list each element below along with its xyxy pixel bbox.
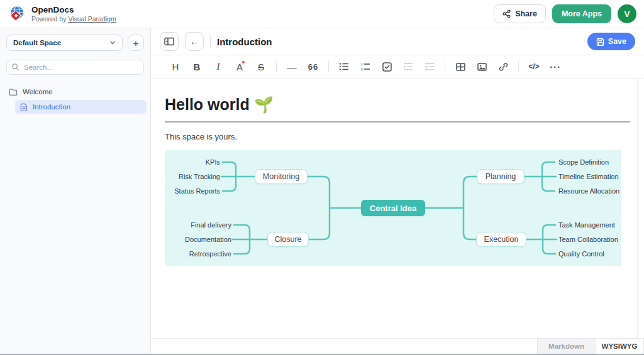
save-label: Save bbox=[608, 37, 626, 46]
document-icon bbox=[20, 103, 28, 111]
mindmap-leaf[interactable]: Timeline Estimation bbox=[558, 172, 619, 181]
space-selector[interactable]: Default Space bbox=[6, 35, 123, 51]
code-block-button[interactable]: </> bbox=[523, 58, 545, 75]
editor-scroll-gutter bbox=[637, 79, 638, 338]
space-row: Default Space + bbox=[6, 35, 144, 51]
heading-divider bbox=[165, 121, 630, 123]
link-icon bbox=[499, 62, 508, 72]
italic-button[interactable]: I bbox=[208, 58, 229, 75]
tab-markdown[interactable]: Markdown bbox=[537, 339, 595, 354]
search-input[interactable] bbox=[6, 60, 144, 75]
tree-item-introduction[interactable]: Introduction bbox=[15, 100, 147, 114]
powered-by: Powered by Visual Paradigm bbox=[31, 15, 116, 23]
toolbar-divider bbox=[276, 61, 277, 72]
search-icon bbox=[11, 63, 19, 71]
mindmap-node-monitoring[interactable]: Monitoring bbox=[255, 169, 308, 184]
tree-page-label: Introduction bbox=[33, 103, 70, 111]
brand-block: OpenDocs Powered by Visual Paradigm bbox=[31, 5, 116, 23]
toolbar-divider bbox=[518, 61, 519, 72]
save-button[interactable]: Save bbox=[587, 33, 635, 50]
mindmap-leaf[interactable]: Quality Control bbox=[558, 249, 604, 258]
mindmap-leaf[interactable]: Retrospective bbox=[165, 249, 231, 258]
bullet-list-button[interactable] bbox=[333, 58, 355, 75]
blockquote-button[interactable]: 66 bbox=[303, 58, 324, 75]
font-color-dot-icon bbox=[242, 61, 245, 63]
mindmap-leaf[interactable]: KPIs bbox=[165, 158, 220, 167]
mindmap-leaf[interactable]: Task Management bbox=[558, 221, 615, 229]
svg-text:2: 2 bbox=[361, 67, 364, 71]
share-icon bbox=[502, 9, 511, 18]
bold-button[interactable]: B bbox=[186, 58, 208, 75]
space-name: Default Space bbox=[13, 39, 61, 46]
add-space-button[interactable]: + bbox=[128, 35, 144, 51]
heading-button[interactable]: H bbox=[165, 58, 186, 75]
mindmap-node-central[interactable]: Central Idea bbox=[361, 200, 425, 216]
font-color-button[interactable]: A bbox=[229, 58, 250, 75]
more-apps-button[interactable]: More Apps bbox=[552, 4, 611, 23]
back-button[interactable]: ← bbox=[185, 32, 204, 51]
mindmap-node-planning[interactable]: Planning bbox=[477, 169, 525, 184]
task-list-button[interactable] bbox=[376, 58, 397, 75]
indent-icon bbox=[403, 62, 413, 71]
app-window: OpenDocs Powered by Visual Paradigm Shar… bbox=[0, 0, 644, 355]
toolbar-divider bbox=[445, 61, 445, 72]
back-arrow-icon: ← bbox=[190, 36, 199, 46]
mindmap-leaf[interactable]: Resource Allocation bbox=[558, 187, 619, 195]
chevron-down-icon bbox=[109, 40, 116, 46]
more-tools-button[interactable]: ··· bbox=[545, 58, 566, 75]
tree-folder-label: Welcome bbox=[23, 88, 53, 96]
strikethrough-button[interactable]: S bbox=[250, 58, 272, 75]
toolbar-divider bbox=[328, 61, 329, 72]
mindmap-leaf[interactable]: Status Reports bbox=[165, 187, 220, 195]
page-title: Introduction bbox=[217, 36, 272, 47]
tab-wysiwyg[interactable]: WYSIWYG bbox=[595, 339, 644, 354]
mindmap-leaf[interactable]: Final delivery bbox=[165, 221, 231, 229]
page-tree: Welcome Introduction bbox=[6, 85, 144, 114]
app-name: OpenDocs bbox=[31, 5, 116, 15]
seedling-emoji-icon: 🌱 bbox=[254, 96, 274, 113]
avatar[interactable]: V bbox=[618, 4, 636, 23]
main-panel: ← Introduction Save H B I A bbox=[151, 28, 644, 354]
mindmap-leaf[interactable]: Team Collaboration bbox=[558, 235, 618, 244]
image-icon bbox=[477, 63, 487, 71]
body-row: Default Space + W bbox=[0, 28, 644, 354]
task-list-icon bbox=[382, 62, 392, 72]
ordered-list-icon: 1 2 bbox=[360, 62, 370, 71]
document-topbar: ← Introduction Save bbox=[151, 28, 644, 55]
image-button[interactable] bbox=[471, 58, 492, 75]
link-button[interactable] bbox=[492, 58, 514, 75]
horizontal-rule-button[interactable]: — bbox=[281, 58, 303, 75]
mindmap-diagram[interactable]: Central Idea Monitoring Closure Planning… bbox=[165, 150, 621, 266]
mindmap-node-execution[interactable]: Execution bbox=[476, 232, 526, 247]
heading-text: Hello world bbox=[165, 96, 250, 113]
mindmap-node-closure[interactable]: Closure bbox=[267, 232, 309, 247]
outdent-button[interactable] bbox=[419, 58, 440, 75]
document-heading: Hello world 🌱 bbox=[165, 96, 630, 114]
indent-button[interactable] bbox=[397, 58, 419, 75]
header-actions: Share More Apps V bbox=[494, 4, 636, 23]
table-icon bbox=[456, 63, 465, 71]
share-button[interactable]: Share bbox=[494, 4, 546, 23]
editor-content[interactable]: Hello world 🌱 This space is yours. bbox=[151, 79, 644, 338]
save-icon bbox=[596, 38, 604, 46]
panel-toggle-icon bbox=[164, 37, 174, 46]
tree-item-welcome[interactable]: Welcome bbox=[6, 85, 144, 99]
visual-paradigm-link[interactable]: Visual Paradigm bbox=[68, 15, 116, 23]
table-button[interactable] bbox=[450, 58, 471, 75]
svg-text:1: 1 bbox=[361, 62, 364, 66]
bullet-list-icon bbox=[339, 62, 349, 71]
mindmap-leaf[interactable]: Risk Tracking bbox=[165, 172, 220, 181]
mindmap-leaf[interactable]: Scope Definition bbox=[558, 158, 609, 167]
app-header: OpenDocs Powered by Visual Paradigm Shar… bbox=[0, 0, 644, 28]
powered-prefix: Powered by bbox=[31, 15, 66, 23]
sidebar: Default Space + W bbox=[0, 28, 151, 354]
toggle-sidebar-button[interactable] bbox=[160, 32, 179, 51]
statusbar: Markdown WYSIWYG bbox=[151, 338, 644, 354]
app-logo-icon bbox=[8, 4, 26, 23]
document-paragraph: This space is yours. bbox=[165, 132, 630, 141]
mindmap-leaf[interactable]: Documentation bbox=[165, 235, 231, 244]
topbar-divider bbox=[210, 35, 211, 48]
formatting-toolbar: H B I A S — 66 bbox=[151, 55, 644, 79]
ordered-list-button[interactable]: 1 2 bbox=[355, 58, 376, 75]
search-box bbox=[6, 60, 144, 75]
